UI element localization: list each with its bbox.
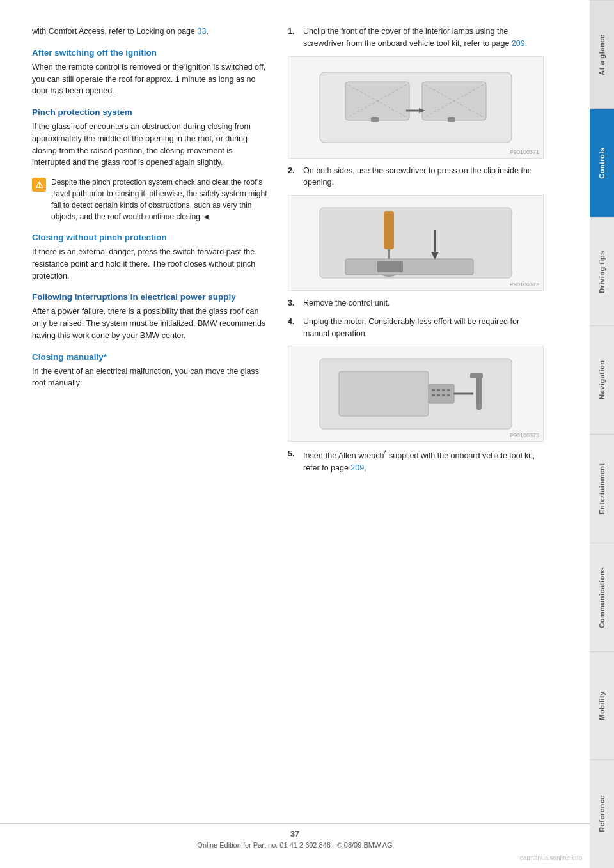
svg-rect-30 <box>442 394 445 396</box>
sidebar-tab-navigation[interactable]: Navigation <box>590 325 614 434</box>
diagram-2-label: P90100372 <box>510 281 539 288</box>
svg-rect-10 <box>448 117 455 122</box>
svg-rect-28 <box>432 394 435 396</box>
section-heading-interruptions: Following interruptions in electrical po… <box>32 292 269 302</box>
diagram-3-label: P90100373 <box>510 432 539 438</box>
svg-rect-22 <box>476 375 482 410</box>
link-page-209-step5[interactable]: 209 <box>350 463 364 472</box>
step-1-num: 1. <box>288 26 298 50</box>
right-column: 1. Unclip the front of the cover of the … <box>288 26 544 481</box>
diagram-lamp-cover: P90100371 <box>288 56 544 159</box>
sidebar-tab-at-a-glance[interactable]: At a glance <box>590 0 614 109</box>
diagram-lamp-svg <box>307 59 524 155</box>
diagram-motor: P90100373 <box>288 346 544 442</box>
section-interruptions-body: After a power failure, there is a possib… <box>32 306 269 341</box>
svg-rect-16 <box>345 259 473 275</box>
main-content: with Comfort Access, refer to Locking on… <box>0 0 590 818</box>
section-pinch-body: If the glass roof encounters an obstruct… <box>32 121 269 169</box>
sidebar-tab-controls[interactable]: Controls <box>590 109 614 217</box>
svg-rect-9 <box>371 117 379 122</box>
section-heading-closing-manually: Closing manually* <box>32 352 269 362</box>
svg-rect-12 <box>384 211 394 249</box>
section-after-ignition-body: When the remote control is removed or th… <box>32 61 269 97</box>
watermark: carmanualsonline.info <box>520 855 582 862</box>
svg-rect-29 <box>437 394 440 396</box>
link-page-33[interactable]: 33 <box>197 27 206 36</box>
section-heading-closing-no-pinch: Closing without pinch protection <box>32 233 269 242</box>
svg-rect-23 <box>470 373 483 378</box>
svg-rect-19 <box>339 371 429 416</box>
step-2-num: 2. <box>288 165 298 189</box>
sidebar-tab-communications[interactable]: Communications <box>590 543 614 651</box>
intro-text: with Comfort Access, refer to Locking on… <box>32 26 269 38</box>
step-5-text: Insert the Allen wrench* supplied with t… <box>303 448 544 474</box>
diagram-1-label: P90100371 <box>510 149 539 155</box>
step-4-num: 4. <box>288 316 298 340</box>
section-heading-pinch: Pinch protection system <box>32 107 269 117</box>
svg-rect-25 <box>437 389 440 391</box>
diagram-motor-svg <box>307 349 524 438</box>
warning-text: Despite the pinch protection system chec… <box>51 176 269 222</box>
sidebar-tab-entertainment[interactable]: Entertainment <box>590 434 614 543</box>
svg-rect-26 <box>442 389 445 391</box>
step-4-text: Unplug the motor. Considerably less effo… <box>303 316 544 340</box>
section-heading-after-ignition: After switching off the ignition <box>32 48 269 58</box>
diagram-screwdriver-clip: P90100372 <box>288 195 544 291</box>
step-4: 4. Unplug the motor. Considerably less e… <box>288 316 544 340</box>
step-1: 1. Unclip the front of the cover of the … <box>288 26 544 50</box>
left-column: with Comfort Access, refer to Locking on… <box>32 26 269 481</box>
link-page-209-step1[interactable]: 209 <box>512 39 525 48</box>
step-3-num: 3. <box>288 297 298 309</box>
step-2-text: On both sides, use the screwdriver to pr… <box>303 165 544 189</box>
step-1-text: Unclip the front of the cover of the int… <box>303 26 544 50</box>
copyright-text: Online Edition for Part no. 01 41 2 602 … <box>0 841 590 849</box>
diagram-clip-svg <box>307 198 524 288</box>
step-5-num: 5. <box>288 448 298 474</box>
sidebar: At a glance Controls Driving tips Naviga… <box>590 0 614 868</box>
warning-icon: ⚠ <box>32 178 46 192</box>
sidebar-tab-driving-tips[interactable]: Driving tips <box>590 217 614 326</box>
svg-rect-17 <box>377 261 403 272</box>
footer: 37 Online Edition for Part no. 01 41 2 6… <box>0 823 590 849</box>
svg-rect-24 <box>432 389 435 391</box>
step-2: 2. On both sides, use the screwdriver to… <box>288 165 544 189</box>
step-3: 3. Remove the control unit. <box>288 297 544 309</box>
section-closing-manually-body: In the event of an electrical malfunctio… <box>32 366 269 390</box>
svg-rect-27 <box>447 389 450 391</box>
svg-rect-31 <box>447 394 450 396</box>
warning-box: ⚠ Despite the pinch protection system ch… <box>32 176 269 222</box>
sidebar-tab-mobility[interactable]: Mobility <box>590 651 614 760</box>
page-number: 37 <box>0 829 590 839</box>
section-closing-no-pinch-body: If there is an external danger, press th… <box>32 246 269 282</box>
sidebar-tab-reference[interactable]: Reference <box>590 759 614 868</box>
step-5: 5. Insert the Allen wrench* supplied wit… <box>288 448 544 474</box>
step-3-text: Remove the control unit. <box>303 297 390 309</box>
